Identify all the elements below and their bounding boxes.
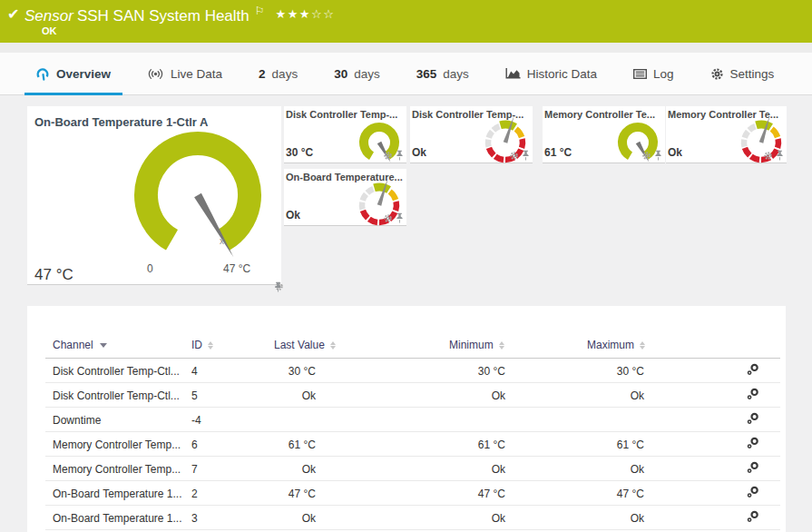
- mini-gauge-panel[interactable]: Memory Controller Te... Ok: [666, 106, 787, 163]
- tab-label: Historic Data: [527, 67, 597, 81]
- tab-live-data[interactable]: Live Data: [147, 53, 222, 94]
- gear-icon: [710, 67, 724, 81]
- main-gauge-value: 47 °C: [34, 266, 73, 284]
- mini-gauge-panel[interactable]: Memory Controller Te... 61 °C: [543, 106, 665, 163]
- cell-minimum: Ok: [449, 463, 587, 476]
- tab-overview[interactable]: Overview: [36, 53, 111, 94]
- cell-last-value: 47 °C: [274, 488, 449, 500]
- gauge-scale-min: 0: [147, 262, 153, 275]
- mini-gauge-value: Ok: [412, 146, 426, 159]
- tab-365-days[interactable]: 365 days: [416, 53, 469, 94]
- priority-flag-icon[interactable]: ⚐: [255, 5, 265, 17]
- table-row[interactable]: On-Board Temperature 1...3OkOkOk: [27, 506, 786, 530]
- main-gauge-panel[interactable]: On-Board Temperature 1-Ctlr A x 0 47 °C …: [27, 106, 281, 285]
- mini-gauge-panel[interactable]: Disk Controller Temp-... 30 °C: [284, 106, 406, 163]
- sensor-status-badge: OK: [42, 25, 57, 36]
- mini-gauge-value: 61 °C: [544, 146, 572, 159]
- cell-id: 6: [191, 438, 274, 451]
- mini-gauge-value: Ok: [668, 146, 682, 159]
- cell-last-value: Ok: [274, 389, 449, 402]
- sort-both-icon: [330, 341, 336, 350]
- table-row[interactable]: Disk Controller Temp-Ctl...430 °C30 °C30…: [27, 359, 786, 383]
- column-label: Maximum: [587, 339, 634, 351]
- column-label: Channel: [53, 339, 93, 351]
- column-header-channel[interactable]: Channel: [53, 339, 191, 351]
- panel-action-icons: [383, 212, 404, 223]
- pin-icon[interactable]: [654, 150, 662, 161]
- cell-minimum: 47 °C: [449, 488, 587, 500]
- log-icon: [633, 69, 647, 79]
- cell-minimum: 30 °C: [449, 365, 587, 378]
- pin-icon[interactable]: [274, 281, 282, 292]
- tab-historic-data[interactable]: Historic Data: [505, 53, 597, 94]
- channel-settings-icon[interactable]: [747, 437, 759, 449]
- cell-maximum: 61 °C: [587, 438, 719, 451]
- pin-icon[interactable]: [776, 150, 784, 161]
- status-ok-check-icon: ✔: [7, 5, 19, 23]
- mini-gauge-title: Disk Controller Temp-...: [286, 109, 397, 120]
- gear-icon[interactable]: [763, 151, 773, 161]
- pin-icon[interactable]: [522, 150, 530, 161]
- table-row[interactable]: Downtime-4: [27, 408, 786, 432]
- gear-icon[interactable]: [383, 213, 393, 223]
- cell-minimum: Ok: [449, 512, 587, 525]
- table-row[interactable]: Disk Controller Temp-Ctl...5OkOkOk: [27, 383, 786, 408]
- tab-30-days[interactable]: 30 days: [334, 53, 380, 94]
- cell-maximum: Ok: [587, 512, 719, 525]
- column-label: Last Value: [274, 339, 325, 351]
- cell-last-value: Ok: [274, 512, 449, 525]
- cell-channel: On-Board Temperature 1...: [53, 488, 191, 500]
- row-divider: [45, 529, 780, 530]
- tab-label: Live Data: [171, 67, 222, 81]
- priority-stars[interactable]: ★★★☆☆: [276, 7, 336, 21]
- prtg-sensor-page: ✔ SensorSSH SAN System Health⚐★★★☆☆ OK O…: [0, 0, 812, 532]
- mini-gauge-title: On-Board Temperature...: [286, 172, 403, 182]
- mini-gauge-panel[interactable]: Disk Controller Temp-... Ok: [410, 106, 533, 163]
- channel-settings-icon[interactable]: [747, 388, 759, 400]
- gear-icon[interactable]: [383, 151, 393, 161]
- channel-settings-icon[interactable]: [747, 461, 759, 474]
- cell-id: 7: [191, 463, 274, 476]
- tab-label: Log: [653, 67, 674, 81]
- tab-2-days[interactable]: 2 days: [259, 53, 298, 94]
- column-label: Minimum: [449, 339, 494, 351]
- sensor-tab-bar: Overview Live Data 2 days 30 days 365 da…: [0, 53, 812, 95]
- mini-gauge-title: Memory Controller Te...: [544, 109, 655, 120]
- tab-number: 2: [259, 67, 266, 81]
- column-header-minimum[interactable]: Minimum: [449, 339, 587, 351]
- channel-settings-icon[interactable]: [747, 510, 759, 523]
- channel-settings-icon[interactable]: [747, 363, 759, 376]
- tab-label: Overview: [56, 67, 111, 81]
- sort-desc-icon: [100, 343, 107, 348]
- cell-channel: Memory Controller Temp...: [53, 438, 191, 451]
- panel-action-icons: [763, 150, 784, 161]
- mini-gauge-value: Ok: [286, 209, 300, 222]
- cell-maximum: Ok: [587, 389, 719, 402]
- sensor-name: SSH SAN System Health: [77, 7, 249, 25]
- sensor-kind-label: Sensor: [24, 7, 73, 25]
- pin-icon[interactable]: [396, 150, 404, 161]
- table-row[interactable]: Memory Controller Temp...661 °C61 °C61 °…: [27, 432, 786, 457]
- cell-id: 3: [191, 512, 274, 525]
- area-chart-icon: [505, 68, 521, 79]
- column-header-id[interactable]: ID: [191, 339, 274, 351]
- table-row[interactable]: On-Board Temperature 1...247 °C47 °C47 °…: [27, 481, 786, 506]
- tab-log[interactable]: Log: [633, 53, 674, 94]
- pin-icon[interactable]: [396, 212, 404, 223]
- channel-settings-icon[interactable]: [747, 412, 759, 425]
- cell-id: -4: [191, 414, 274, 427]
- channel-settings-icon[interactable]: [747, 486, 759, 498]
- gear-icon[interactable]: [641, 151, 651, 161]
- cell-last-value: 30 °C: [274, 365, 449, 378]
- table-row[interactable]: Memory Controller Temp...7OkOkOk: [27, 457, 786, 481]
- column-header-last-value[interactable]: Last Value: [274, 339, 449, 351]
- gear-icon[interactable]: [509, 151, 519, 161]
- cell-minimum: Ok: [449, 389, 587, 402]
- column-header-maximum[interactable]: Maximum: [587, 339, 719, 351]
- cell-id: 5: [191, 389, 274, 402]
- tab-settings[interactable]: Settings: [710, 53, 775, 94]
- tab-number: 365: [416, 67, 437, 81]
- cell-last-value: 61 °C: [274, 438, 449, 451]
- mini-gauge-panel[interactable]: On-Board Temperature... Ok: [284, 169, 406, 226]
- cell-maximum: 30 °C: [587, 365, 719, 378]
